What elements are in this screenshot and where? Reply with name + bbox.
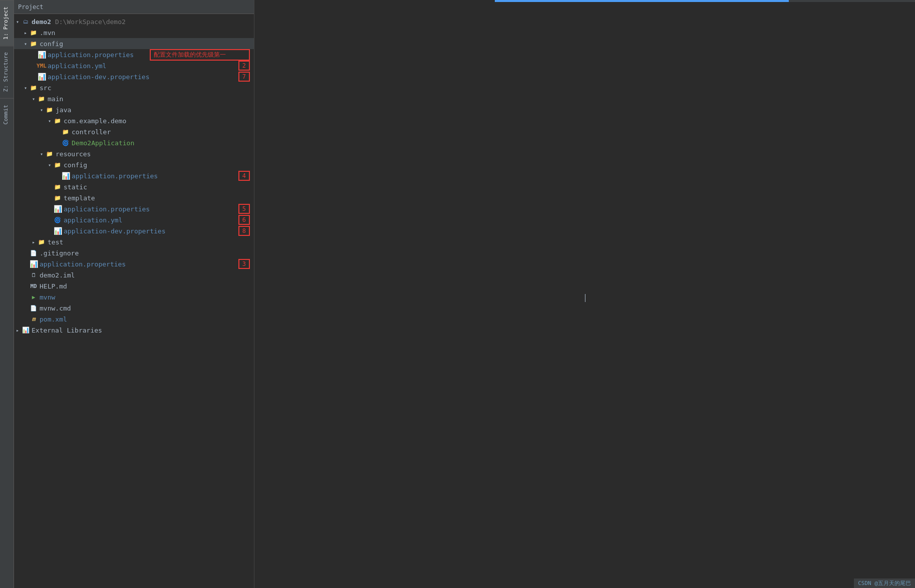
template-label: template <box>64 194 250 202</box>
tree-item-app-props-3[interactable]: 📊 application.properties 3 <box>14 258 254 269</box>
app-dev-props-8-annotation: 8 <box>238 226 250 236</box>
tree-item-config[interactable]: 📁 config <box>14 38 254 49</box>
tree-item-controller[interactable]: 📁 controller <box>14 126 254 137</box>
tree-item-mvnwcmd[interactable]: 📄 mvnw.cmd <box>14 303 254 314</box>
tree-item-test[interactable]: 📁 test <box>14 236 254 247</box>
test-label: test <box>48 238 250 246</box>
app-props-1-icon: 📊 <box>37 51 46 59</box>
tree-item-resources[interactable]: 📁 resources <box>14 148 254 159</box>
progress-fill <box>495 0 789 2</box>
tree-item-main[interactable]: 📁 main <box>14 93 254 104</box>
app-props-3-annotation: 3 <box>238 259 250 269</box>
app-props-4-label: application.properties <box>72 172 235 180</box>
tree-item-app-yml-1[interactable]: YML application.yml 2 <box>14 60 254 71</box>
main-layout: Project 🗂 demo2 D:\WorkSpace\demo2 📁 .mv… <box>14 0 915 588</box>
main-folder-icon: 📁 <box>37 95 46 103</box>
src-arrow <box>22 85 29 91</box>
tree-item-demo2iml[interactable]: 🗒 demo2.iml <box>14 269 254 280</box>
java-arrow <box>38 107 45 113</box>
demo2app-label: Demo2Application <box>72 139 250 147</box>
mvnw-label: mvnw <box>40 293 250 301</box>
static-label: static <box>64 183 250 191</box>
tree-item-config2[interactable]: 📁 config <box>14 159 254 170</box>
panel-title: Project <box>18 4 44 11</box>
tree-item-java[interactable]: 📁 java <box>14 104 254 115</box>
app-props-1-label: application.properties <box>48 51 147 59</box>
resources-label: resources <box>56 150 250 158</box>
app-props-3-icon: 📊 <box>29 260 38 268</box>
helpmd-label: HELP.md <box>40 282 250 290</box>
tree-container[interactable]: 🗂 demo2 D:\WorkSpace\demo2 📁 .mvn 📁 conf… <box>14 14 254 588</box>
app-dev-props-8-label: application-dev.properties <box>64 227 235 235</box>
tree-item-template[interactable]: 📁 template <box>14 192 254 203</box>
root-label: demo2 D:\WorkSpace\demo2 <box>32 18 250 26</box>
tab-structure[interactable]: Z: Structure <box>0 46 14 98</box>
app-yml-1-label: application.yml <box>48 62 235 70</box>
mvnw-icon: ▶ <box>29 293 38 301</box>
config2-icon: 📁 <box>53 161 62 169</box>
tree-item-helpmd[interactable]: MD HELP.md <box>14 280 254 291</box>
tree-item-pomxml[interactable]: m pom.xml <box>14 314 254 325</box>
root-folder-icon: 🗂 <box>21 18 30 26</box>
app-dev-props-1-label: application-dev.properties <box>48 73 235 81</box>
status-bar: CSDN @五月天的尾巴 <box>854 578 915 588</box>
tree-item-app-yml-6[interactable]: 🌀 application.yml 6 <box>14 214 254 225</box>
tree-item-src[interactable]: 📁 src <box>14 82 254 93</box>
demo2app-icon: 🌀 <box>61 139 70 147</box>
tree-item-demo2app[interactable]: 🌀 Demo2Application <box>14 137 254 148</box>
src-folder-icon: 📁 <box>29 84 38 92</box>
mvn-arrow <box>22 30 29 36</box>
app-props-5-icon: 📊 <box>53 205 62 213</box>
tree-root[interactable]: 🗂 demo2 D:\WorkSpace\demo2 <box>14 16 254 27</box>
status-text: CSDN @五月天的尾巴 <box>858 580 911 586</box>
test-arrow <box>30 239 37 245</box>
static-icon: 📁 <box>53 183 62 191</box>
external-libs-icon: 📊 <box>21 326 30 334</box>
mvnwcmd-icon: 📄 <box>29 304 38 312</box>
tree-item-com-example[interactable]: 📁 com.example.demo <box>14 115 254 126</box>
config2-label: config <box>64 161 250 169</box>
resources-icon: 📁 <box>45 150 54 158</box>
app-props-5-annotation: 5 <box>238 204 250 214</box>
app-dev-props-1-annotation: 7 <box>238 72 250 82</box>
resources-arrow <box>38 151 45 157</box>
tree-item-gitignore[interactable]: 📄 .gitignore <box>14 247 254 258</box>
java-label: java <box>56 106 250 114</box>
progress-bar <box>495 0 915 2</box>
app-dev-props-8-icon: 📊 <box>53 227 62 235</box>
tab-commit[interactable]: Commit <box>0 98 14 131</box>
app-props-4-icon: 📊 <box>61 172 70 180</box>
pomxml-icon: m <box>29 315 38 323</box>
tree-item-app-props-5[interactable]: 📊 application.properties 5 <box>14 203 254 214</box>
app-yml-1-annotation: 2 <box>238 61 250 71</box>
external-libs-label: External Libraries <box>32 327 250 334</box>
gitignore-label: .gitignore <box>40 249 250 257</box>
app-dev-props-1-icon: 📊 <box>37 73 46 81</box>
tree-item-app-props-4[interactable]: 📊 application.properties 4 <box>14 170 254 181</box>
panel-header: Project <box>14 0 254 14</box>
app-yml-6-icon: 🌀 <box>53 216 62 224</box>
tree-item-app-dev-props-8[interactable]: 📊 application-dev.properties 8 <box>14 225 254 236</box>
config-label: config <box>40 40 250 48</box>
content-area: CSDN @五月天的尾巴 <box>254 0 915 588</box>
tree-item-mvnw[interactable]: ▶ mvnw <box>14 291 254 303</box>
tree-item-external-libs[interactable]: 📊 External Libraries <box>14 325 254 336</box>
external-libs-arrow <box>14 328 21 333</box>
tree-item-static[interactable]: 📁 static <box>14 181 254 192</box>
test-icon: 📁 <box>37 238 46 246</box>
tree-item-mvn[interactable]: 📁 .mvn <box>14 27 254 38</box>
app-yml-6-annotation: 6 <box>238 215 250 225</box>
com-example-icon: 📁 <box>53 117 62 125</box>
tab-project[interactable]: 1: Project <box>0 0 14 46</box>
tree-item-app-dev-props-1[interactable]: 📊 application-dev.properties 7 <box>14 71 254 82</box>
app-yml-1-icon: YML <box>37 62 46 70</box>
src-label: src <box>40 84 250 92</box>
config2-arrow <box>46 162 53 168</box>
com-example-label: com.example.demo <box>64 117 250 125</box>
controller-icon: 📁 <box>61 128 70 136</box>
mvn-folder-icon: 📁 <box>29 29 38 37</box>
app-props-4-annotation: 4 <box>238 171 250 181</box>
tree-item-app-props-1[interactable]: 📊 application.properties 配置文件加载的优先级第一 <box>14 49 254 60</box>
app-props-3-label: application.properties <box>40 260 235 268</box>
gitignore-icon: 📄 <box>29 249 38 257</box>
